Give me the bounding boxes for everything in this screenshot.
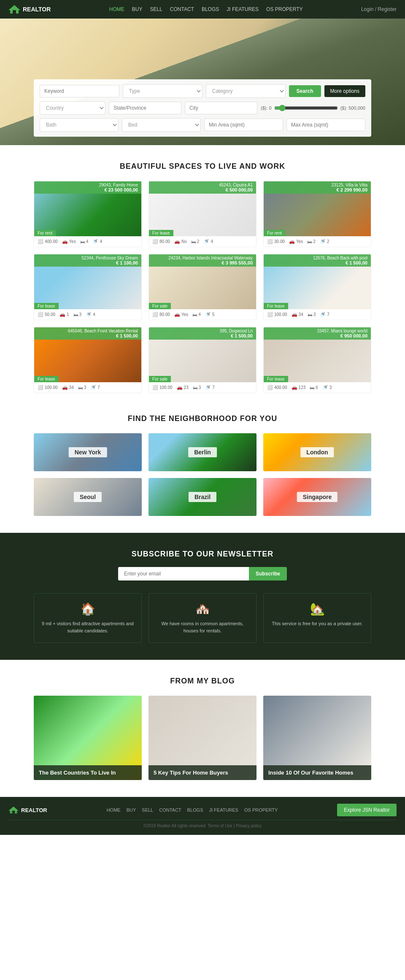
neighborhood-card-seoul[interactable]: Seoul: [34, 478, 142, 516]
property-status: For lease: [149, 230, 173, 236]
features-grid: 🏠 9 mil + visitors find attractive apart…: [34, 593, 371, 643]
search-form: Type Category Search More options Countr…: [34, 79, 371, 137]
property-status: For sale: [149, 303, 171, 309]
property-meta: ⬜100.00 🚗34 🛏3 🚿7: [34, 382, 141, 393]
property-status: For lease: [34, 376, 59, 382]
property-meta: ⬜100.00 🚗23 🛏3 🚿7: [149, 382, 256, 393]
footer-nav-home[interactable]: HOME: [107, 807, 121, 813]
login-register[interactable]: Login / Register: [361, 6, 397, 12]
neighborhood-card-london[interactable]: London: [263, 433, 371, 471]
bed-select[interactable]: Bed: [122, 118, 201, 132]
bath-select[interactable]: Bath: [40, 118, 119, 132]
footer-logo[interactable]: REALTOR: [8, 806, 47, 814]
property-badge: 52344, Penthouse Sky Dream € 1 100,00: [34, 254, 141, 267]
neighborhood-label: Seoul: [74, 492, 102, 502]
footer-nav-contact[interactable]: CONTACT: [159, 807, 181, 813]
footer-nav-buy[interactable]: BUY: [127, 807, 136, 813]
neighborhood-label: Singapore: [297, 492, 338, 502]
property-badge: 645646, Beach Front Vacation Rental € 1 …: [34, 327, 141, 340]
property-card[interactable]: 645646, Beach Front Vacation Rental € 1 …: [34, 327, 142, 393]
max-area-input[interactable]: [286, 119, 365, 131]
feature-icon-2: 🏘️: [156, 602, 249, 616]
category-select[interactable]: Category: [206, 84, 286, 98]
footer-logo-icon: [8, 806, 19, 814]
price-slider-min[interactable]: [274, 101, 338, 115]
feature-text-3: This service is free for you as a privat…: [270, 620, 364, 627]
search-button[interactable]: Search: [289, 85, 321, 97]
property-card[interactable]: 395, Dogwood Ln € 1 500,00 For sale ⬜100…: [148, 327, 256, 393]
footer-nav-os[interactable]: OS PROPERTY: [244, 807, 278, 813]
newsletter-form: Subscribe: [118, 567, 287, 580]
property-card[interactable]: 23125, Villa la Vitta € 2 299 990,00 For…: [263, 181, 371, 247]
neighborhood-label: Brazil: [189, 492, 216, 502]
properties-section: BEAUTIFUL SPACES TO LIVE AND WORK 29043,…: [0, 145, 405, 410]
neighborhood-card-ny[interactable]: New York: [34, 433, 142, 471]
footer-copyright: ©2019 Realtor All rights reserved. Terms…: [8, 820, 397, 828]
logo[interactable]: REALTOR: [8, 4, 51, 14]
property-status: For lease: [264, 303, 288, 309]
property-badge: 33457, Miami lounge world € 950 000,00: [264, 327, 371, 340]
property-card[interactable]: 45243, Ciputra A1 € 500 000,00 For lease…: [148, 181, 256, 247]
property-badge: 12676, Beach Back with pool € 1 500,00: [264, 254, 371, 267]
header: REALTOR HOME BUY SELL CONTACT BLOGS JI F…: [0, 0, 405, 19]
neighborhood-card-berlin[interactable]: Berlin: [148, 433, 256, 471]
terms-link[interactable]: Terms of Use: [208, 823, 232, 828]
blog-card[interactable]: 5 Key Tips For Home Buyers: [148, 696, 256, 780]
property-status: For sale: [149, 376, 171, 382]
blog-post-title: 5 Key Tips For Home Buyers: [148, 765, 256, 780]
blog-card[interactable]: The Best Countries To Live In: [34, 696, 142, 780]
footer-nav-sell[interactable]: SELL: [142, 807, 153, 813]
svg-rect-1: [13, 10, 16, 13]
explore-button[interactable]: Explore JSN Realtor: [337, 804, 397, 816]
property-card[interactable]: 33457, Miami lounge world € 950 000,00 F…: [263, 327, 371, 393]
more-options-button[interactable]: More options: [324, 85, 365, 97]
property-card[interactable]: 12676, Beach Back with pool € 1 500,00 F…: [263, 254, 371, 320]
country-select[interactable]: Country: [40, 101, 105, 115]
nav-sell[interactable]: SELL: [150, 6, 162, 12]
nav-buy[interactable]: BUY: [132, 6, 143, 12]
feature-icon-3: 🏡: [270, 602, 364, 616]
property-status: For rent: [34, 230, 56, 236]
hero-section: Type Category Search More options Countr…: [0, 19, 405, 145]
city-input[interactable]: [185, 102, 257, 114]
keyword-input[interactable]: [40, 85, 119, 97]
feature-text-1: 9 mil + visitors find attractive apartme…: [41, 620, 135, 634]
state-input[interactable]: [109, 102, 181, 114]
logo-text: REALTOR: [23, 6, 51, 13]
email-input[interactable]: [118, 567, 249, 580]
feature-card: 🏠 9 mil + visitors find attractive apart…: [34, 593, 142, 643]
property-card[interactable]: 29043, Family Home € 23 500 000,00 For r…: [34, 181, 142, 247]
privacy-link[interactable]: Privacy policy: [236, 823, 262, 828]
footer: REALTOR HOME BUY SELL CONTACT BLOGS JI F…: [0, 797, 405, 835]
feature-card: 🏘️ We have rooms in common apartments, h…: [148, 593, 256, 643]
property-badge: 29043, Family Home € 23 500 000,00: [34, 181, 141, 194]
nav-ji-features[interactable]: JI FEATURES: [227, 6, 259, 12]
subscribe-button[interactable]: Subscribe: [249, 567, 287, 580]
type-select[interactable]: Type: [123, 84, 202, 98]
neighborhood-card-brazil[interactable]: Brazil: [148, 478, 256, 516]
property-status: For rent: [264, 230, 285, 236]
nav-blogs[interactable]: BLOGS: [202, 6, 219, 12]
property-grid: 29043, Family Home € 23 500 000,00 For r…: [34, 181, 371, 393]
min-area-input[interactable]: [204, 119, 283, 131]
property-meta: ⬜100.00 🚗34 🛏3 🚿7: [264, 309, 371, 320]
feature-icon-1: 🏠: [41, 602, 135, 616]
nav-home[interactable]: HOME: [109, 6, 124, 12]
price-range: ($): 0 ($): 500,000: [261, 101, 365, 115]
blog-post-title: The Best Countries To Live In: [34, 765, 142, 780]
blog-section: FROM MY BLOG The Best Countries To Live …: [0, 660, 405, 797]
property-card[interactable]: 52344, Penthouse Sky Dream € 1 100,00 Fo…: [34, 254, 142, 320]
property-status: For lease: [264, 376, 288, 382]
property-card[interactable]: 24234, Harbor Islands Intracoastal Water…: [148, 254, 256, 320]
footer-nav-ji[interactable]: JI FEATURES: [209, 807, 238, 813]
footer-logo-text: REALTOR: [21, 807, 47, 813]
properties-title: BEAUTIFUL SPACES TO LIVE AND WORK: [34, 162, 371, 171]
blog-card[interactable]: Inside 10 Of Our Favorite Homes: [263, 696, 371, 780]
footer-nav-blogs[interactable]: BLOGS: [187, 807, 203, 813]
nav-os-property[interactable]: OS PROPERTY: [266, 6, 302, 12]
property-meta: ⬜50.00 🚗1 🛏3 🚿4: [34, 309, 141, 320]
svg-rect-3: [12, 811, 15, 814]
neighborhood-label: New York: [69, 447, 107, 457]
neighborhood-card-singapore[interactable]: Singapore: [263, 478, 371, 516]
nav-contact[interactable]: CONTACT: [170, 6, 194, 12]
